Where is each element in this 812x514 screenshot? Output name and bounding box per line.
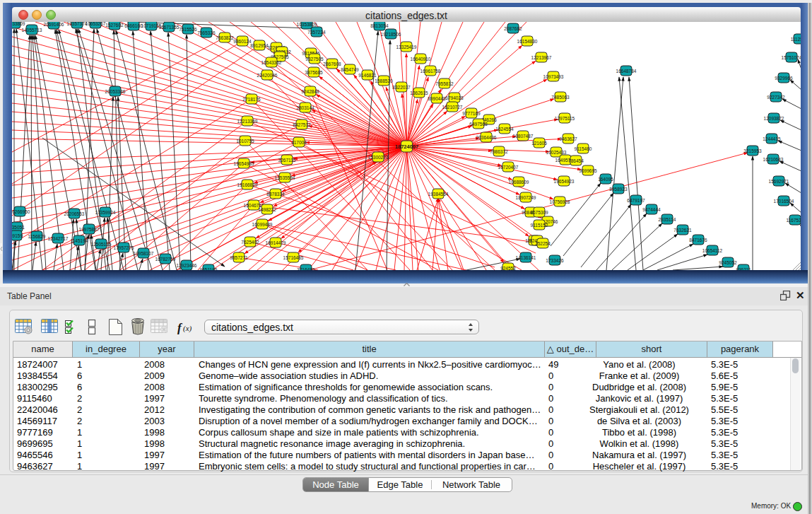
svg-text:9245052: 9245052 (719, 260, 737, 265)
svg-text:7955812: 7955812 (435, 81, 454, 86)
svg-text:1624554: 1624554 (495, 127, 514, 132)
svg-text:2867608: 2867608 (323, 62, 341, 66)
svg-text:2087682: 2087682 (504, 26, 522, 31)
svg-text:2718176: 2718176 (242, 97, 261, 102)
svg-text:6466160: 6466160 (124, 23, 143, 28)
svg-text:17016504: 17016504 (774, 199, 794, 204)
svg-text:8454749: 8454749 (341, 67, 359, 72)
svg-text:14136141: 14136141 (516, 255, 536, 260)
svg-text:1145194: 1145194 (71, 238, 88, 243)
svg-text:f: f (177, 321, 183, 334)
svg-text:3267115: 3267115 (278, 158, 296, 163)
svg-text:10025433: 10025433 (546, 150, 567, 155)
svg-text:15751074: 15751074 (782, 55, 801, 60)
svg-text:10688609: 10688609 (509, 180, 529, 185)
svg-text:10807487: 10807487 (513, 134, 534, 139)
svg-text:8813054: 8813054 (370, 23, 389, 28)
svg-text:8471676: 8471676 (689, 238, 707, 243)
svg-text:20364436: 20364436 (476, 135, 497, 140)
svg-text:9474444: 9474444 (642, 207, 661, 212)
svg-text:22420046: 22420046 (257, 73, 278, 78)
svg-text:19384554: 19384554 (428, 192, 449, 197)
svg-text:12093872: 12093872 (764, 116, 784, 121)
svg-text:9146821: 9146821 (358, 73, 377, 78)
svg-text:17957275: 17957275 (114, 245, 134, 250)
svg-text:6479197: 6479197 (627, 198, 645, 203)
svg-text:9860124: 9860124 (233, 39, 252, 44)
svg-text:10353809: 10353809 (297, 22, 317, 27)
svg-text:16914479: 16914479 (266, 240, 286, 245)
svg-text:10654112: 10654112 (702, 248, 723, 253)
svg-text:121605: 121605 (531, 141, 547, 146)
svg-text:164095: 164095 (598, 177, 613, 182)
svg-text:12342717: 12342717 (48, 236, 69, 241)
svg-text:10756928: 10756928 (550, 199, 570, 204)
svg-text:9651195: 9651195 (200, 267, 218, 271)
svg-text:8675309: 8675309 (530, 210, 548, 215)
svg-text:1362615: 1362615 (410, 90, 428, 95)
svg-text:8427512: 8427512 (293, 122, 311, 127)
svg-text:7663822: 7663822 (216, 35, 234, 40)
svg-text:7565326: 7565326 (197, 30, 216, 35)
svg-text:15692971: 15692971 (769, 179, 789, 184)
svg-text:10973493: 10973493 (543, 74, 564, 79)
svg-text:39159: 39159 (12, 233, 23, 238)
svg-text:8958923: 8958923 (609, 187, 628, 192)
svg-text:9242848: 9242848 (301, 89, 319, 94)
svg-text:7357224: 7357224 (307, 30, 326, 35)
svg-text:18724007: 18724007 (395, 144, 418, 150)
svg-text:6794028: 6794028 (445, 95, 464, 100)
svg-text:9699695: 9699695 (579, 168, 597, 173)
svg-text:924552: 924552 (500, 266, 516, 271)
svg-text:1112543: 1112543 (791, 37, 801, 42)
svg-text:8990448: 8990448 (428, 96, 446, 101)
svg-text:1588520: 1588520 (375, 78, 393, 83)
svg-text:7632621: 7632621 (673, 228, 692, 233)
svg-text:17359924: 17359924 (95, 210, 116, 215)
svg-text:19357374: 19357374 (67, 22, 88, 26)
svg-text:16033809: 16033809 (12, 22, 25, 26)
svg-text:12505135: 12505135 (91, 242, 112, 247)
svg-text:15720407: 15720407 (498, 165, 519, 170)
svg-text:9327505: 9327505 (305, 57, 324, 62)
svg-text:1010755: 1010755 (236, 139, 254, 144)
svg-text:16671355: 16671355 (159, 25, 180, 30)
svg-text:786454: 786454 (568, 158, 584, 163)
svg-text:1733426: 1733426 (546, 258, 564, 263)
svg-text:9777169: 9777169 (462, 111, 481, 116)
svg-text:19166829: 19166829 (237, 182, 258, 187)
svg-text:14055713: 14055713 (22, 28, 42, 33)
svg-text:15716485: 15716485 (283, 255, 304, 260)
svg-text:3875685: 3875685 (305, 70, 323, 75)
svg-text:(x): (x) (183, 324, 192, 333)
svg-text:16099489: 16099489 (252, 222, 273, 227)
svg-text:2935114: 2935114 (659, 217, 676, 222)
svg-text:16961758: 16961758 (420, 69, 441, 74)
svg-text:1527602: 1527602 (105, 23, 124, 28)
svg-text:8912954: 8912954 (250, 43, 269, 48)
svg-text:936211: 936211 (736, 267, 751, 271)
svg-text:1156829: 1156829 (28, 234, 46, 239)
svg-text:3716485: 3716485 (297, 267, 315, 271)
svg-text:7515526: 7515526 (179, 27, 197, 32)
svg-text:16782759: 16782759 (155, 257, 176, 262)
svg-text:1167534: 1167534 (787, 218, 801, 223)
svg-text:13535594: 13535594 (275, 175, 295, 180)
svg-text:20691406: 20691406 (44, 22, 64, 27)
svg-text:417004: 417004 (291, 140, 307, 145)
svg-text:19654985: 19654985 (234, 161, 254, 166)
svg-text:20206553: 20206553 (64, 211, 85, 216)
svg-text:252254: 252254 (535, 241, 551, 246)
svg-text:12213967: 12213967 (531, 55, 552, 60)
svg-text:20053346: 20053346 (105, 89, 126, 94)
svg-text:26266950: 26266950 (12, 209, 30, 214)
svg-text:7625402: 7625402 (241, 240, 259, 245)
svg-text:16543362: 16543362 (261, 60, 282, 65)
svg-text:10958107: 10958107 (134, 251, 154, 256)
svg-text:16154830: 16154830 (517, 39, 538, 44)
svg-text:19654923: 19654923 (554, 179, 575, 184)
svg-text:7485063: 7485063 (551, 95, 570, 100)
svg-text:18907249: 18907249 (516, 195, 536, 200)
svg-text:13325419: 13325419 (396, 45, 417, 49)
svg-text:8322037: 8322037 (392, 85, 411, 90)
